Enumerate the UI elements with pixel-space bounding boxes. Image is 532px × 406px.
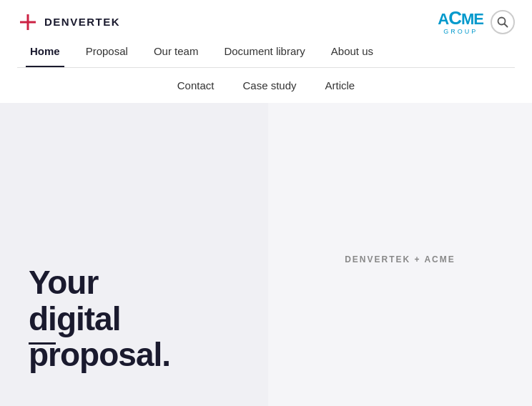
navigation: Home Proposal Our team Document library … (0, 35, 532, 103)
search-icon (497, 16, 508, 28)
nav-contact[interactable]: Contact (163, 71, 229, 100)
acme-logo: ACME GROUP (438, 9, 483, 35)
hero-dash-decoration (29, 342, 56, 345)
denvertek-logo-icon (17, 11, 39, 33)
nav-about-us[interactable]: About us (318, 35, 386, 67)
nav-proposal[interactable]: Proposal (73, 35, 141, 67)
acme-a: A (438, 10, 448, 28)
svg-line-1 (505, 24, 508, 26)
brand-name: DENVERTEK (44, 16, 120, 28)
acme-name: ACME (438, 9, 483, 27)
nav-case-study[interactable]: Case study (228, 71, 310, 100)
acme-me: ME (461, 10, 483, 28)
acme-c: C (448, 7, 461, 29)
nav-home[interactable]: Home (17, 35, 73, 67)
nav-our-team[interactable]: Our team (141, 35, 212, 67)
hero-section: Your digital proposal. DENVERTEK + ACME (0, 103, 532, 406)
partnership-text: DENVERTEK + ACME (345, 254, 455, 264)
hero-headline: Your digital proposal. (29, 264, 170, 373)
nav-primary: Home Proposal Our team Document library … (17, 35, 515, 68)
cross-icon (20, 14, 36, 30)
nav-article[interactable]: Article (311, 71, 370, 100)
header-right: ACME GROUP (438, 9, 515, 35)
search-button[interactable] (491, 10, 515, 34)
header: DENVERTEK ACME GROUP (0, 0, 532, 35)
acme-group: GROUP (443, 28, 478, 35)
hero-line-1: Your (29, 264, 98, 301)
hero-left-panel: Your digital proposal. (0, 103, 268, 406)
nav-secondary: Contact Case study Article (17, 68, 515, 103)
logo-area: DENVERTEK (17, 11, 120, 33)
nav-document-library[interactable]: Document library (211, 35, 317, 67)
hero-right-panel: DENVERTEK + ACME (268, 103, 532, 406)
hero-line-2: digital (29, 300, 120, 337)
